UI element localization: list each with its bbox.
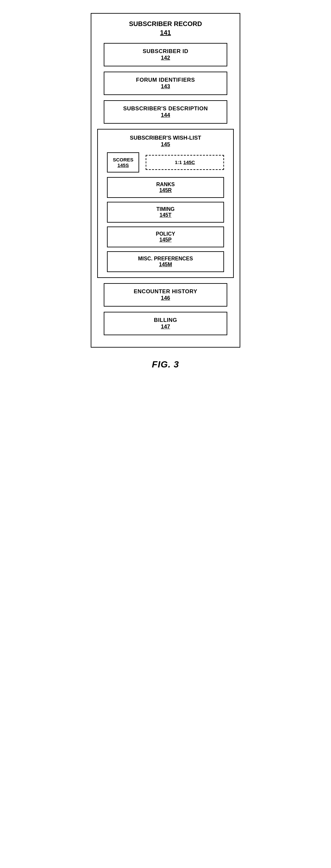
encounter-history-label: ENCOUNTER HISTORY — [111, 288, 220, 295]
misc-preferences-label: MISC. PREFERENCES — [114, 256, 217, 262]
outer-box: SUBSCRIBER RECORD 141 SUBSCRIBER ID 142 … — [91, 13, 240, 348]
subscriber-record-title-block: SUBSCRIBER RECORD 141 — [129, 20, 202, 36]
scores-label: SCORES — [113, 157, 133, 162]
wish-list-number: 145 — [130, 141, 201, 148]
scores-ratio-label: 1:1 — [175, 159, 182, 165]
billing-label: BILLING — [111, 317, 220, 323]
billing-number: 147 — [111, 323, 220, 330]
timing-number: 145T — [114, 212, 217, 218]
subscribers-description-number: 144 — [111, 112, 220, 119]
forum-identifiers-number: 143 — [111, 83, 220, 90]
scores-dashed-box: 1:1 145C — [146, 155, 224, 170]
misc-preferences-number: 145M — [114, 262, 217, 268]
subscriber-record-label: SUBSCRIBER RECORD — [129, 20, 202, 28]
scores-row: SCORES 145S 1:1 145C — [107, 152, 224, 173]
forum-identifiers-label: FORUM IDENTIFIERS — [111, 77, 220, 83]
ranks-box: RANKS 145R — [107, 177, 224, 198]
misc-preferences-box: MISC. PREFERENCES 145M — [107, 251, 224, 272]
subscribers-description-box: SUBSCRIBER'S DESCRIPTION 144 — [104, 100, 227, 124]
page-container: SUBSCRIBER RECORD 141 SUBSCRIBER ID 142 … — [84, 13, 247, 370]
wish-list-label: SUBSCRIBER'S WISH-LIST — [130, 135, 201, 141]
subscriber-id-label: SUBSCRIBER ID — [111, 48, 220, 55]
ranks-number: 145R — [114, 187, 217, 193]
figure-label: FIG. 3 — [152, 359, 179, 370]
forum-identifiers-box: FORUM IDENTIFIERS 143 — [104, 71, 227, 95]
scores-number: 145S — [113, 162, 133, 168]
wish-list-outer-box: SUBSCRIBER'S WISH-LIST 145 SCORES 145S 1… — [97, 129, 234, 278]
encounter-history-box: ENCOUNTER HISTORY 146 — [104, 283, 227, 307]
timing-label: TIMING — [114, 206, 217, 212]
timing-box: TIMING 145T — [107, 202, 224, 223]
scores-solid-box: SCORES 145S — [107, 152, 139, 173]
ranks-label: RANKS — [114, 182, 217, 187]
scores-c-number: 145C — [184, 159, 195, 165]
wish-list-title-block: SUBSCRIBER'S WISH-LIST 145 — [130, 135, 201, 148]
billing-box: BILLING 147 — [104, 312, 227, 335]
subscribers-description-label: SUBSCRIBER'S DESCRIPTION — [111, 105, 220, 112]
policy-box: POLICY 145P — [107, 226, 224, 247]
subscriber-id-number: 142 — [111, 55, 220, 61]
policy-label: POLICY — [114, 231, 217, 237]
subscriber-record-number: 141 — [129, 29, 202, 36]
subscriber-id-box: SUBSCRIBER ID 142 — [104, 43, 227, 66]
policy-number: 145P — [114, 237, 217, 243]
encounter-history-number: 146 — [111, 295, 220, 301]
